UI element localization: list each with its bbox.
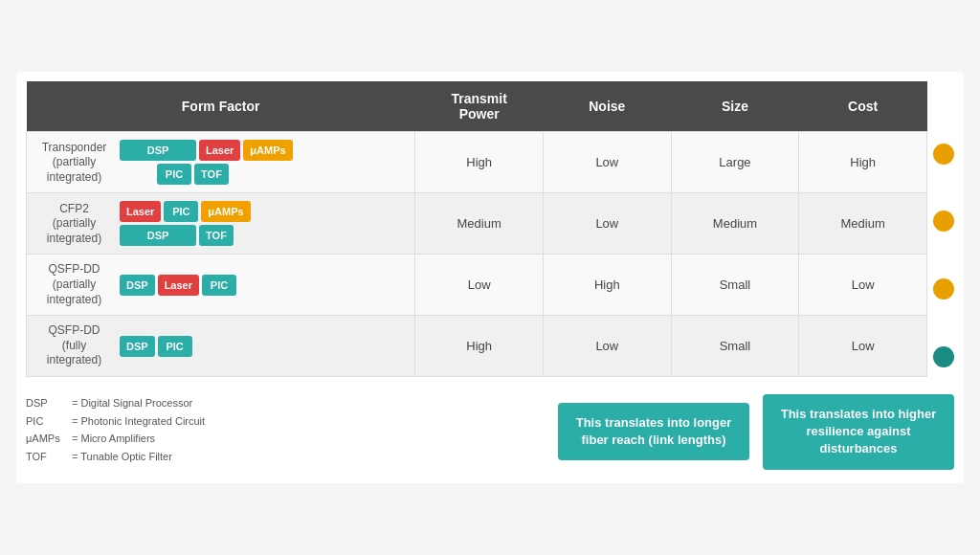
legend-value-3: = Tunable Optic Filter — [72, 448, 172, 466]
cost-cell-2: Low — [799, 255, 927, 316]
chip-uamps-0: μAMPs — [243, 140, 292, 161]
row-dot-3 — [933, 346, 954, 367]
form-factor-name-3: QSFP-DD (fully integrated) — [38, 323, 110, 368]
form-factor-name-1: CFP2 (partially integrated) — [38, 202, 110, 247]
size-cell-0: Large — [671, 132, 799, 193]
dot-sidebar — [927, 81, 954, 390]
form-factor-cell-2: QSFP-DD (partially integrated)DSPLaserPI… — [27, 255, 415, 316]
cost-cell-1: Medium — [799, 193, 927, 255]
row-dot-2 — [933, 278, 954, 300]
legend-row-1: PIC= Photonic Integrated Circuit — [26, 412, 236, 431]
chip-pic-3: PIC — [158, 336, 192, 357]
transmit-cell-0: High — [415, 132, 544, 193]
chip-tof-1: TOF — [199, 225, 234, 246]
chip-laser-0: Laser — [199, 140, 240, 161]
comparison-table: Form Factor TransmitPower Noise Size Cos… — [26, 81, 927, 377]
cost-cell-3: Low — [799, 316, 927, 377]
transmit-cell-3: High — [415, 316, 544, 377]
header-size: Size — [671, 81, 799, 132]
size-cell-1: Medium — [671, 193, 799, 255]
header-noise: Noise — [543, 81, 671, 132]
row-dot-0 — [933, 144, 954, 165]
header-transmit: TransmitPower — [415, 81, 544, 132]
legend-key-3: TOF — [26, 448, 68, 466]
chip-dsp-3: DSP — [120, 336, 155, 357]
transmit-cell-2: Low — [415, 255, 544, 316]
main-container: Form Factor TransmitPower Noise Size Cos… — [16, 72, 964, 482]
form-factor-cell-1: CFP2 (partially integrated)LaserPICμAMPs… — [27, 193, 415, 255]
cost-cell-0: High — [799, 132, 927, 193]
legend-value-0: = Digital Signal Processor — [72, 394, 192, 412]
form-factor-cell-3: QSFP-DD (fully integrated)DSPPIC — [27, 316, 415, 377]
legend-key-1: PIC — [26, 412, 68, 431]
legend-value-1: = Photonic Integrated Circuit — [72, 412, 205, 431]
form-factor-name-0: Transponder (partially integrated) — [38, 141, 110, 186]
header-form-factor: Form Factor — [27, 81, 415, 132]
header-cost: Cost — [799, 81, 927, 132]
chip-dsp-1: DSP — [120, 225, 196, 246]
chip-tof-0: TOF — [194, 164, 229, 185]
chip-dsp-2: DSP — [120, 275, 155, 296]
callout-fiber: This translates into longer fiber reach … — [558, 403, 749, 460]
legend-key-2: μAMPs — [26, 430, 68, 448]
legend-key-0: DSP — [26, 394, 68, 412]
chip-laser-1: Laser — [120, 201, 161, 222]
noise-cell-0: Low — [543, 132, 671, 193]
noise-cell-3: Low — [543, 316, 671, 377]
chip-uamps-1: μAMPs — [201, 201, 250, 222]
row-dot-1 — [933, 211, 954, 232]
legend-row-0: DSP= Digital Signal Processor — [26, 394, 236, 412]
size-cell-2: Small — [671, 255, 799, 316]
noise-cell-1: Low — [543, 193, 671, 255]
callout-boxes: This translates into longer fiber reach … — [558, 394, 954, 470]
footer-section: DSP= Digital Signal ProcessorPIC= Photon… — [26, 394, 954, 470]
chip-laser-2: Laser — [158, 275, 199, 296]
legend-value-2: = Micro Amplifiers — [72, 430, 155, 448]
legend: DSP= Digital Signal ProcessorPIC= Photon… — [26, 394, 236, 466]
transmit-cell-1: Medium — [415, 193, 544, 255]
form-factor-name-2: QSFP-DD (partially integrated) — [38, 262, 110, 307]
chip-dsp-0: DSP — [120, 140, 196, 161]
callout-resilience: This translates into higher resilience a… — [763, 394, 954, 470]
chip-pic-0: PIC — [157, 164, 191, 185]
legend-row-2: μAMPs= Micro Amplifiers — [26, 430, 236, 448]
size-cell-3: Small — [671, 316, 799, 377]
form-factor-cell-0: Transponder (partially integrated)DSPLas… — [27, 132, 415, 193]
legend-row-3: TOF= Tunable Optic Filter — [26, 448, 236, 466]
chip-pic-1: PIC — [164, 201, 198, 222]
noise-cell-2: High — [543, 255, 671, 316]
chip-pic-2: PIC — [202, 275, 236, 296]
table-section: Form Factor TransmitPower Noise Size Cos… — [26, 81, 954, 390]
